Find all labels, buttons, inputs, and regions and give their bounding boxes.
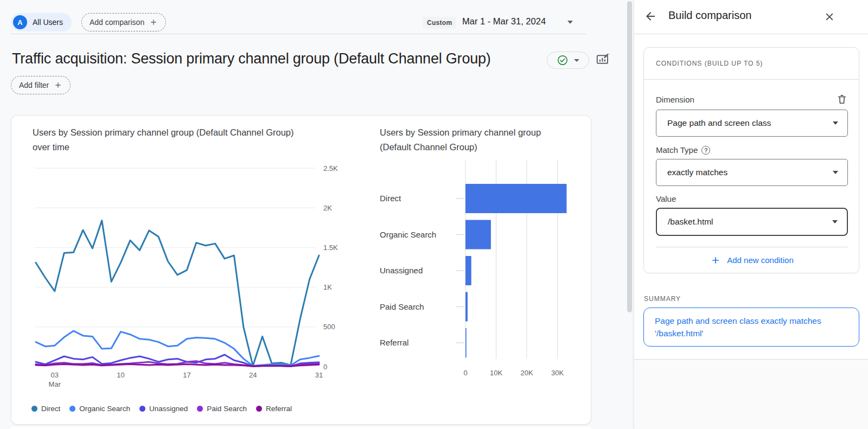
svg-text:24: 24 — [249, 371, 257, 379]
svg-text:Paid Search: Paid Search — [380, 302, 424, 311]
chart-legend: DirectOrganic SearchUnassignedPaid Searc… — [31, 405, 292, 413]
chevron-down-icon — [833, 171, 838, 174]
svg-text:2.5K: 2.5K — [323, 164, 338, 172]
add-new-condition-label: Add new condition — [727, 255, 794, 265]
legend-dot — [256, 406, 262, 412]
chevron-down-icon — [832, 220, 838, 223]
summary-chip: Page path and screen class exactly match… — [643, 308, 859, 347]
svg-text:0: 0 — [463, 369, 467, 377]
check-circle-icon — [557, 55, 568, 66]
svg-text:2K: 2K — [323, 204, 332, 212]
add-comparison-label: Add comparison — [90, 18, 144, 27]
legend-dot — [31, 406, 37, 412]
date-range-type-badge: Custom — [423, 17, 456, 29]
svg-text:Unassigned: Unassigned — [380, 266, 423, 275]
svg-text:20K: 20K — [520, 369, 533, 377]
svg-text:30K: 30K — [551, 369, 564, 377]
add-new-condition-button[interactable]: Add new condition — [656, 247, 848, 273]
all-users-label: All Users — [33, 18, 63, 27]
topbar-divider — [11, 34, 586, 34]
conditions-header: CONDITIONS (BUILD UP TO 5) — [644, 48, 859, 80]
bar-chart: 010K20K30KDirectOrganic SearchUnassigned… — [374, 158, 591, 397]
page-title: Traffic acquisition: Session primary cha… — [12, 50, 546, 67]
summary-header: SUMMARY — [644, 295, 681, 303]
legend-item: Organic Search — [69, 405, 130, 413]
add-comparison-button[interactable]: Add comparison — [81, 13, 166, 31]
value-label: Value — [656, 194, 676, 203]
svg-text:17: 17 — [183, 371, 190, 379]
dimension-label: Dimension — [656, 95, 694, 104]
svg-text:Direct: Direct — [380, 194, 401, 203]
delete-condition-icon[interactable] — [836, 93, 848, 105]
svg-text:1K: 1K — [323, 283, 332, 291]
legend-label: Direct — [41, 405, 60, 413]
value-input[interactable]: /basket.html — [656, 208, 848, 236]
scrollbar-thumb[interactable] — [627, 1, 632, 312]
avatar: A — [13, 15, 27, 29]
legend-label: Organic Search — [79, 405, 130, 413]
add-filter-label: Add filter — [19, 81, 49, 89]
ga4-report-page: A All Users Add comparison Custom Mar 1 … — [0, 0, 868, 429]
date-range-selector[interactable]: Mar 1 - Mar 31, 2024 — [462, 16, 546, 27]
svg-text:03: 03 — [51, 371, 59, 379]
legend-dot — [69, 406, 75, 412]
add-filter-button[interactable]: Add filter — [11, 76, 71, 94]
help-icon[interactable]: ? — [701, 146, 710, 155]
dimension-select[interactable]: Page path and screen class — [656, 110, 848, 137]
plus-icon — [710, 255, 721, 266]
legend-item: Direct — [31, 405, 60, 413]
svg-text:10K: 10K — [490, 369, 502, 377]
panel-title: Build comparison — [668, 9, 751, 22]
svg-text:Organic Search: Organic Search — [380, 230, 436, 239]
line-chart: 05001K1.5K2K2.5K03Mar10172431 — [11, 158, 369, 397]
date-caret-icon[interactable] — [567, 21, 573, 24]
legend-item: Paid Search — [197, 405, 247, 413]
legend-label: Paid Search — [207, 405, 247, 413]
legend-item: Unassigned — [139, 405, 188, 413]
next-card-edge — [11, 427, 591, 429]
legend-label: Unassigned — [149, 405, 188, 413]
svg-text:Mar: Mar — [49, 380, 61, 388]
dimension-value: Page path and screen class — [667, 118, 771, 128]
legend-dot — [139, 406, 145, 412]
conditions-card: CONDITIONS (BUILD UP TO 5) Dimension Pag… — [643, 47, 859, 273]
svg-text:500: 500 — [323, 323, 335, 331]
close-icon — [824, 11, 835, 23]
value-text: /basket.html — [668, 217, 713, 227]
panel-footer-area — [634, 360, 868, 429]
back-button[interactable] — [643, 9, 658, 24]
panel-header-divider — [634, 34, 868, 34]
match-type-select[interactable]: exactly matches — [656, 159, 848, 186]
back-arrow-icon — [644, 10, 657, 23]
match-type-label: Match Type — [656, 145, 698, 155]
pill-caret-icon — [574, 59, 579, 62]
svg-text:Referral: Referral — [380, 338, 409, 347]
chevron-down-icon — [833, 121, 838, 125]
legend-item: Referral — [256, 405, 292, 413]
line-chart-title: Users by Session primary channel group (… — [33, 125, 307, 155]
svg-text:0: 0 — [323, 363, 327, 371]
customize-report-icon[interactable] — [596, 52, 610, 67]
svg-text:1.5K: 1.5K — [323, 244, 338, 252]
plus-icon — [54, 81, 62, 89]
data-quality-pill[interactable] — [547, 52, 589, 69]
close-button[interactable] — [822, 9, 837, 24]
legend-label: Referral — [266, 405, 292, 413]
plus-icon — [149, 18, 158, 27]
match-type-value: exactly matches — [667, 168, 727, 177]
build-comparison-panel: Build comparison CONDITIONS (BUILD UP TO… — [634, 0, 868, 429]
legend-dot — [197, 406, 203, 412]
svg-text:10: 10 — [117, 371, 124, 379]
all-users-chip[interactable]: A All Users — [11, 13, 72, 31]
bar-chart-title: Users by Session primary channel group (… — [380, 125, 542, 155]
svg-text:31: 31 — [315, 371, 323, 379]
